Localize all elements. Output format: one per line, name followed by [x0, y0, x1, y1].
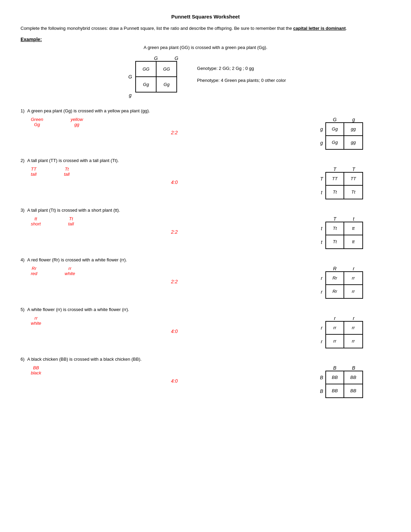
q3-cell-4: tt: [344, 235, 363, 249]
q3-answer-1: ttshort: [31, 216, 41, 226]
q4-left: Rrredrrwhite2:2: [21, 266, 318, 284]
q5-punnett: rrrrrrrrrrrr: [318, 316, 363, 348]
q2-answer-2: Tttall: [64, 166, 70, 177]
q1-col-label-1: G: [325, 117, 344, 122]
q4-number: 4): [21, 257, 25, 262]
q5-left: rrwhite4:0: [21, 316, 318, 334]
question-5: 5)A white flower (rr) is crossed with a …: [21, 307, 390, 348]
example-col-labels: G G: [146, 55, 187, 61]
q5-text: A white flower (rr) is crossed with a wh…: [27, 307, 129, 312]
example-col-label-1: G: [146, 55, 166, 61]
question-4: 4)A red flower (Rr) is crossed with a wh…: [21, 257, 390, 299]
example-row-1: G GG GG Gg Gg: [125, 61, 177, 92]
q1-text: A green pea plant (Gg) is crossed with a…: [27, 108, 150, 113]
q2-cell-2: TT: [344, 172, 363, 186]
q3-answer-2: Tttall: [68, 216, 74, 226]
q3-cell-1: Tt: [325, 222, 344, 235]
q1-cell-3: Gg: [325, 136, 344, 150]
page-title: Punnett Squares Worksheet: [21, 14, 390, 20]
q2-punnett: TTTTTTTtTtTt: [318, 166, 363, 199]
q6-cell-3: BB: [325, 384, 344, 398]
q6-cell-2: BB: [344, 371, 363, 384]
q6-col-label-2: B: [344, 365, 363, 371]
q3-punnett: TttTttttTttt: [318, 216, 363, 249]
q4-cell-3: Rr: [325, 285, 344, 299]
example-row-label-1: G: [125, 74, 135, 79]
questions-container: 1)A green pea plant (Gg) is crossed with…: [21, 108, 390, 398]
q2-col-label-1: T: [325, 166, 344, 172]
example-genotype: Genotype: 2 GG; 2 Gg ; 0 gg: [197, 66, 286, 71]
q2-row-label-1: T: [318, 176, 325, 182]
q1-answer-2: yellowgg: [71, 117, 83, 127]
q5-cell-3: rr: [325, 335, 344, 348]
q2-left: TTtallTttall4:0: [21, 166, 318, 185]
q6-ratio: 4:0: [31, 378, 318, 384]
q4-text: A red flower (Rr) is crossed with a whit…: [27, 257, 127, 262]
q4-cell-2: rr: [344, 271, 363, 285]
q5-number: 5): [21, 307, 25, 312]
q6-col-label-1: B: [325, 365, 344, 371]
q2-cell-1: TT: [325, 172, 344, 186]
example-row-2: g: [125, 92, 135, 98]
q6-row-label-2: B: [318, 388, 325, 394]
q4-answer-1: Rrred: [31, 266, 37, 276]
q5-cell-2: rr: [344, 321, 363, 335]
example-cell-3: Gg: [136, 77, 157, 92]
example-phenotype: Phenotype: 4 Green pea plants; 0 other c…: [197, 78, 286, 83]
q1-ratio: 2:2: [31, 130, 318, 135]
q5-cell-1: rr: [325, 321, 344, 335]
q5-row-label-1: r: [318, 325, 325, 331]
q2-cell-4: Tt: [344, 186, 363, 199]
q6-row-label-1: B: [318, 375, 325, 380]
q4-answer-2: rrwhite: [65, 266, 75, 276]
q3-ratio: 2:2: [31, 229, 318, 235]
question-3: 3)A tall plant (Tt) is crossed with a sh…: [21, 208, 390, 249]
q1-cell-2: gg: [344, 122, 363, 136]
example-cell-1: GG: [136, 62, 157, 77]
q2-cell-3: Tt: [325, 186, 344, 199]
q2-row-label-2: t: [318, 190, 325, 195]
q4-row-label-2: r: [318, 289, 325, 295]
q2-ratio: 4:0: [31, 180, 318, 185]
q1-left: GreenGgyellowgg2:2: [21, 117, 318, 135]
q5-row-label-2: r: [318, 339, 325, 344]
q3-col-label-2: t: [344, 216, 363, 222]
question-6: 6)A black chicken (BB) is crossed with a…: [21, 357, 390, 398]
example-punnett: G G G GG GG Gg Gg g: [125, 55, 187, 98]
q3-text: A tall plant (Tt) is crossed with a shor…: [27, 208, 120, 213]
example-col-header: G G: [125, 55, 187, 61]
q5-col-label-2: r: [344, 316, 363, 321]
q5-cell-4: rr: [344, 335, 363, 348]
question-2: 2)A tall plant (TT) is crossed with a ta…: [21, 158, 390, 199]
q6-answer-1: BBblack: [31, 365, 41, 375]
q1-row-label-2: g: [318, 140, 325, 146]
q3-number: 3): [21, 208, 25, 213]
q4-cell-4: rr: [344, 285, 363, 299]
q1-cell-1: Gg: [325, 122, 344, 136]
example-genotype-phenotype: Genotype: 2 GG; 2 Gg ; 0 gg Phenotype: 4…: [197, 55, 286, 83]
q2-answer-1: TTtall: [31, 166, 37, 177]
q6-text: A black chicken (BB) is crossed with a b…: [27, 357, 142, 362]
q1-number: 1): [21, 108, 25, 113]
q1-punnett: GggGggggGggg: [318, 117, 363, 150]
instructions: Complete the following monohybrid crosse…: [21, 25, 390, 32]
example-cell-4: Gg: [157, 77, 177, 92]
q2-number: 2): [21, 158, 25, 163]
q5-ratio: 4:0: [31, 329, 318, 334]
q5-col-label-1: r: [325, 316, 344, 321]
q1-col-label-2: g: [344, 117, 363, 122]
q6-punnett: BBBBBBBBBBBB: [318, 365, 363, 398]
q3-row-label-2: t: [318, 239, 325, 245]
q3-row-label-1: t: [318, 226, 325, 231]
q1-row-label-1: g: [318, 126, 325, 132]
example-label: Example:: [21, 37, 390, 42]
q4-cell-1: Rr: [325, 271, 344, 285]
q3-cell-2: tt: [344, 222, 363, 235]
q6-left: BBblack4:0: [21, 365, 318, 384]
example-row-label-2: g: [125, 92, 135, 98]
q4-ratio: 2:2: [31, 279, 318, 284]
q4-col-label-2: r: [344, 266, 363, 271]
q2-text: A tall plant (TT) is crossed with a tall…: [27, 158, 119, 163]
question-1: 1)A green pea plant (Gg) is crossed with…: [21, 108, 390, 150]
q6-cell-4: BB: [344, 384, 363, 398]
